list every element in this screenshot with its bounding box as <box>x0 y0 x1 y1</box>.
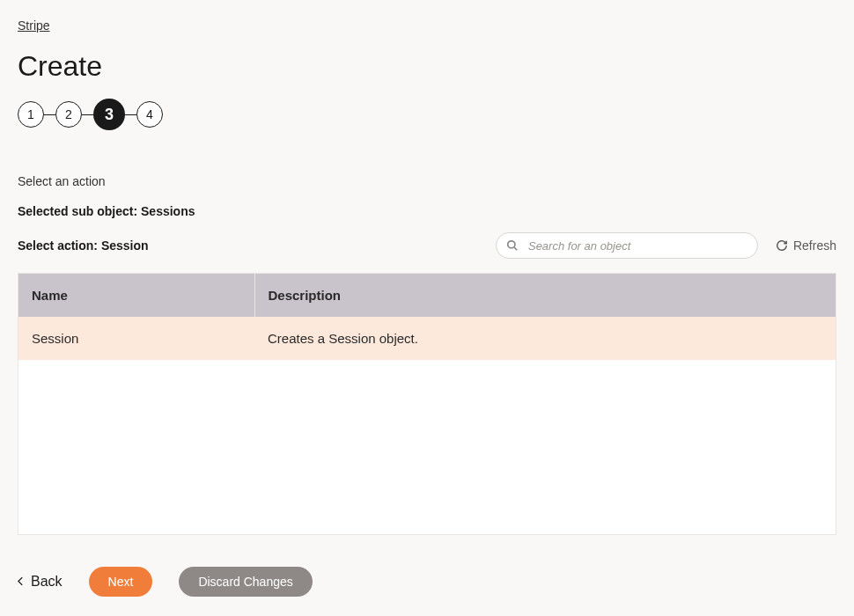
discard-button[interactable]: Discard Changes <box>179 567 312 597</box>
action-table: Name Description Session Creates a Sessi… <box>18 273 836 535</box>
footer-actions: Back Next Discard Changes <box>18 567 836 597</box>
table-cell-name: Session <box>18 317 254 360</box>
next-button[interactable]: Next <box>89 567 153 597</box>
step-1[interactable]: 1 <box>18 101 44 128</box>
step-2[interactable]: 2 <box>55 101 82 128</box>
chevron-left-icon <box>18 574 24 590</box>
stepper: 1 2 3 4 <box>18 99 836 130</box>
selected-sub-object: Selected sub object: Sessions <box>18 204 836 218</box>
step-4[interactable]: 4 <box>136 101 163 128</box>
step-connector <box>44 114 55 115</box>
step-connector <box>82 114 93 115</box>
back-button[interactable]: Back <box>18 574 63 590</box>
table-header-name: Name <box>18 274 254 317</box>
search-icon <box>506 239 519 252</box>
search-wrapper <box>496 232 758 259</box>
select-action: Select action: Session <box>18 238 149 253</box>
refresh-icon <box>776 239 788 252</box>
table-row[interactable]: Session Creates a Session object. <box>18 317 836 360</box>
refresh-label: Refresh <box>793 238 836 253</box>
step-3[interactable]: 3 <box>93 99 125 130</box>
search-input[interactable] <box>496 232 758 259</box>
table-header-description: Description <box>254 274 836 317</box>
breadcrumb[interactable]: Stripe <box>18 18 50 33</box>
back-label: Back <box>31 574 63 590</box>
step-connector <box>125 114 136 115</box>
table-cell-description: Creates a Session object. <box>254 317 836 360</box>
page-title: Create <box>18 50 836 83</box>
section-label: Select an action <box>18 174 836 188</box>
svg-line-1 <box>514 247 518 251</box>
refresh-button[interactable]: Refresh <box>776 238 836 253</box>
svg-point-0 <box>508 241 515 248</box>
